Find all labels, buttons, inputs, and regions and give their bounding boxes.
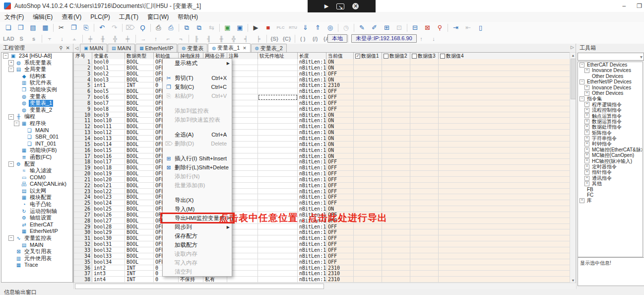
h-sync-button[interactable]: ⇆	[206, 22, 217, 33]
tree-item[interactable]: ⊠ 交叉引用表	[1, 248, 72, 255]
data-value2-cell[interactable]	[382, 189, 410, 195]
run-button[interactable]: ▶	[250, 22, 261, 33]
data-type-cell[interactable]: BOOL	[125, 165, 154, 171]
current-value-cell[interactable]: OFF	[326, 194, 354, 200]
context-menu-item[interactable]: 全选(A) Ctrl+A ▶	[163, 130, 232, 139]
toolbox-tree-item[interactable]: + 数据运算指令	[578, 119, 643, 124]
variable-name-cell[interactable]: bool29	[92, 229, 125, 235]
tab-scroll-left-icon[interactable]: ◁	[73, 46, 80, 51]
context-menu-item[interactable]: 显示格式 ▶	[163, 59, 232, 68]
toolbox-tree-item[interactable]: + 定时器指令	[578, 164, 643, 169]
column-header[interactable]: 数据值1	[354, 53, 382, 60]
row-number-cell[interactable]: 12	[74, 124, 92, 130]
length-cell[interactable]: nBitLen:1	[298, 130, 326, 136]
length-cell[interactable]: nBitLen:1	[298, 159, 326, 165]
data-value3-cell[interactable]	[410, 106, 439, 112]
data-value3-cell[interactable]	[410, 183, 439, 189]
row-number-cell[interactable]: 23	[74, 189, 92, 195]
data-value2-cell[interactable]	[382, 183, 410, 189]
device-address-cell[interactable]	[258, 136, 298, 142]
current-value-cell[interactable]: OFF	[326, 253, 354, 259]
current-value-cell[interactable]: OFF	[326, 165, 354, 171]
length-cell[interactable]: nBitLen:1	[298, 253, 326, 259]
current-value-cell[interactable]: ON	[326, 124, 354, 130]
data-type-cell[interactable]: BOOL	[125, 218, 154, 224]
data-value4-cell[interactable]	[439, 247, 570, 253]
device-address-cell[interactable]	[258, 153, 298, 159]
data-value3-cell[interactable]	[410, 224, 439, 230]
expander-icon[interactable]: −	[580, 96, 584, 101]
variable-name-cell[interactable]: int4	[92, 277, 125, 283]
length-cell[interactable]: nBitLen:1	[298, 247, 326, 253]
data-value4-cell[interactable]	[439, 265, 570, 271]
toolbox-tree-item[interactable]: + 流程控制指令	[578, 107, 643, 113]
open-folder-button[interactable]: ❒	[15, 22, 26, 33]
coil-reset-button[interactable]: {C}	[281, 34, 293, 43]
context-menu-item[interactable]: 加载配方 ▶	[163, 240, 232, 249]
data-type-cell[interactable]: BOOL	[125, 206, 154, 212]
data-value4-cell[interactable]	[439, 235, 570, 241]
menu-item[interactable]: 查看(V)	[57, 12, 86, 22]
context-menu-item[interactable]: 导出(X) ▶	[163, 196, 232, 205]
variable-name-cell[interactable]: bool2	[92, 71, 125, 77]
tree-item[interactable]: ❑ INT_001	[1, 141, 72, 148]
data-value2-cell[interactable]	[382, 112, 410, 118]
data-value4-cell[interactable]	[439, 159, 570, 165]
sfc-view-button[interactable]: S	[16, 34, 27, 43]
document-tab[interactable]: ◍ 变量表	[178, 44, 207, 52]
device-address-cell[interactable]	[258, 82, 298, 88]
device-address-cell[interactable]	[258, 112, 298, 118]
data-type-cell[interactable]: BOOL	[125, 118, 154, 124]
data-value2-cell[interactable]	[382, 194, 410, 200]
row-number-cell[interactable]: 30	[74, 229, 92, 235]
device-address-cell[interactable]	[258, 124, 298, 130]
data-value1-cell[interactable]	[354, 59, 382, 65]
toolbox-tree-item[interactable]: FB	[578, 187, 643, 192]
data-value2-cell[interactable]	[382, 148, 410, 153]
length-cell[interactable]: nBitLen:1	[298, 165, 326, 171]
toolbox-tree-item[interactable]: + 触点运算指令	[578, 113, 643, 119]
data-value1-cell[interactable]	[354, 241, 382, 247]
data-value3-cell[interactable]	[410, 200, 439, 206]
data-value1-cell[interactable]	[354, 100, 382, 106]
data-value1-cell[interactable]	[354, 106, 382, 112]
data-value1-cell[interactable]	[354, 65, 382, 71]
redo-button[interactable]: ↷	[109, 22, 120, 33]
data-value2-cell[interactable]	[382, 65, 410, 71]
tree-item[interactable]: ▥ 软元件表	[1, 79, 72, 86]
expander-icon[interactable]: +	[584, 85, 589, 90]
row-number-cell[interactable]: 22	[74, 183, 92, 189]
data-value4-cell[interactable]	[439, 136, 570, 142]
row-number-cell[interactable]: 20	[74, 171, 92, 177]
length-cell[interactable]: nBitLen:16	[298, 265, 326, 271]
data-type-cell[interactable]: BOOL	[125, 88, 154, 94]
variable-name-cell[interactable]: bool30	[92, 235, 125, 241]
device-address-cell[interactable]	[258, 130, 298, 136]
length-cell[interactable]: nBitLen:1	[298, 142, 326, 148]
expander-icon[interactable]: +	[584, 102, 589, 107]
column-checkbox[interactable]	[440, 54, 445, 59]
data-type-cell[interactable]: BOOL	[125, 124, 154, 130]
expander-icon[interactable]: +	[584, 125, 589, 130]
expander-icon[interactable]: +	[584, 91, 589, 96]
data-value4-cell[interactable]	[439, 88, 570, 94]
data-value2-cell[interactable]	[382, 229, 410, 235]
data-value3-cell[interactable]	[410, 247, 439, 253]
length-cell[interactable]: nBitLen:1	[298, 71, 326, 77]
row-number-cell[interactable]: 37	[74, 271, 92, 277]
branch-add-button[interactable]: ╬	[110, 34, 121, 43]
column-header[interactable]: 数据类型	[125, 53, 154, 60]
row-number-cell[interactable]: 4	[74, 77, 92, 83]
paste-button[interactable]: ⎘	[80, 22, 92, 33]
data-type-cell[interactable]: BOOL	[125, 247, 154, 253]
net-insert-button[interactable]: ⫟	[44, 34, 56, 43]
row-number-cell[interactable]: 25	[74, 200, 92, 206]
data-type-cell[interactable]: BOOL	[125, 71, 154, 77]
toolbox-tree-item[interactable]: + 通讯指令	[578, 175, 643, 181]
device-address-cell[interactable]	[258, 194, 298, 200]
length-cell[interactable]: nBitLen:1	[298, 65, 326, 71]
data-value4-cell[interactable]	[439, 212, 570, 218]
data-value1-cell[interactable]	[354, 194, 382, 200]
length-cell[interactable]: nBitLen:1	[298, 100, 326, 106]
toolbox-tree-item[interactable]: + HC轴控(脉冲输入)	[578, 158, 643, 164]
